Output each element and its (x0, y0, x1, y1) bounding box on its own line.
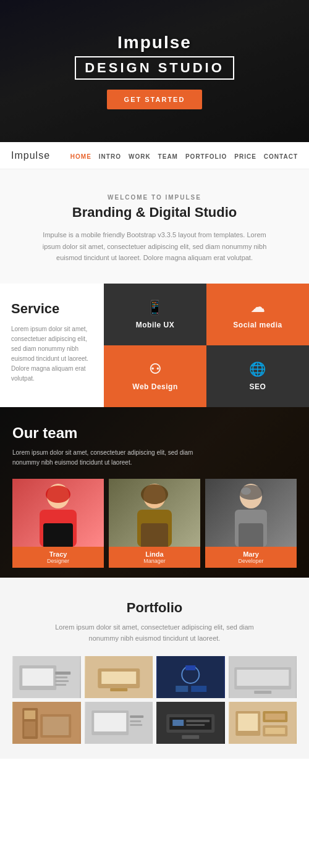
nav-item-home[interactable]: HOME (70, 150, 91, 161)
svg-rect-41 (94, 713, 126, 731)
svg-rect-15 (22, 668, 53, 686)
service-left: Service Lorem ipsum dolor sit amet, cons… (0, 284, 104, 407)
portfolio-section: Portfolio Lorem ipsum dolor sit amet, co… (0, 578, 309, 759)
portfolio-item-6[interactable] (85, 702, 153, 744)
service-card-social-media[interactable]: ☁ Social media (206, 284, 309, 345)
portfolio-description: Lorem ipsum dolor sit amet, consectetuer… (49, 622, 260, 644)
portfolio-image-8 (229, 702, 297, 744)
team-member-name-mary: Mary (208, 550, 294, 558)
portfolio-item-8[interactable] (229, 702, 297, 744)
team-member-name-linda: Linda (111, 550, 198, 558)
svg-rect-49 (172, 720, 184, 726)
team-card-linda[interactable]: Linda Manager (109, 479, 200, 568)
svg-rect-28 (185, 665, 195, 670)
team-card-mary-label: Mary Developer (205, 547, 297, 568)
nav-link-work[interactable]: WORK (129, 153, 151, 160)
svg-rect-18 (55, 680, 69, 682)
nav-item-portfolio[interactable]: PORTFOLIO (185, 150, 227, 161)
team-card-tracy-label: Tracy Designer (12, 547, 104, 568)
svg-rect-50 (186, 720, 210, 722)
nav-link-price[interactable]: PRICE (234, 153, 256, 160)
svg-rect-16 (55, 672, 70, 675)
nav-brand: Impulse (11, 150, 70, 161)
svg-rect-27 (191, 686, 206, 692)
svg-rect-17 (55, 676, 67, 678)
service-card-label-2: Social media (233, 321, 282, 329)
intro-text: Impulse is a mobile friendly Bootstrap v… (37, 229, 272, 264)
nav-link-intro[interactable]: INTRO (99, 153, 121, 160)
team-member-role-mary: Developer (208, 558, 294, 564)
nav-item-price[interactable]: PRICE (234, 150, 256, 161)
team-card-mary[interactable]: Mary Developer (205, 479, 297, 568)
portfolio-item-4[interactable] (229, 656, 297, 698)
portfolio-image-4 (229, 656, 297, 698)
team-card-linda-label: Linda Manager (109, 547, 200, 568)
svg-rect-31 (237, 670, 289, 686)
team-card-tracy[interactable]: Tracy Designer (12, 479, 104, 568)
intro-pretitle: WELCOME TO IMPULSE (37, 194, 272, 201)
hero-section: Impulse DESIGN STUDIO GET STARTED (0, 0, 309, 142)
hero-title: Impulse (75, 33, 234, 53)
svg-rect-36 (24, 710, 35, 719)
team-description: Lorem ipsum dolor sit amet, consectetuer… (12, 448, 210, 468)
service-title: Service (11, 301, 93, 317)
portfolio-image-7 (156, 702, 225, 744)
service-card-seo[interactable]: 🌐 SEO (206, 345, 309, 407)
svg-rect-48 (182, 735, 199, 739)
service-card-web-design[interactable]: ⚇ Web Design (104, 345, 206, 407)
portfolio-image-3 (156, 656, 225, 698)
seo-icon: 🌐 (249, 361, 266, 377)
nav-link-contact[interactable]: CONTACT (264, 153, 298, 160)
hero-cta-button[interactable]: GET STARTED (107, 90, 203, 109)
portfolio-item-7[interactable] (156, 702, 225, 744)
svg-rect-44 (130, 724, 142, 726)
team-card-mary-image (205, 479, 297, 547)
portfolio-item-2[interactable] (85, 656, 153, 698)
portfolio-image-6 (85, 702, 153, 744)
svg-rect-7 (141, 523, 168, 547)
nav-item-work[interactable]: WORK (129, 150, 151, 161)
svg-point-12 (241, 487, 251, 495)
portfolio-image-1 (12, 656, 81, 698)
intro-section: WELCOME TO IMPULSE Branding & Digital St… (0, 169, 309, 284)
portfolio-image-5 (12, 702, 81, 744)
mobile-ux-icon: 📱 (146, 300, 164, 316)
hero-subtitle: DESIGN STUDIO (75, 56, 234, 80)
svg-point-6 (141, 484, 168, 504)
svg-rect-22 (101, 672, 136, 684)
svg-rect-43 (130, 720, 141, 722)
portfolio-item-1[interactable] (12, 656, 81, 698)
nav-link-team[interactable]: TEAM (158, 153, 178, 160)
team-card-tracy-image (12, 479, 104, 547)
navbar: Impulse HOME INTRO WORK TEAM PORTFOLIO P… (0, 142, 309, 169)
nav-item-contact[interactable]: CONTACT (264, 150, 298, 161)
service-card-label-3: Web Design (132, 382, 177, 391)
service-card-mobile-ux[interactable]: 📱 Mobile UX (104, 284, 206, 345)
svg-rect-26 (176, 686, 188, 692)
svg-rect-56 (265, 714, 285, 720)
svg-point-3 (46, 486, 70, 503)
team-member-name-tracy: Tracy (15, 550, 101, 558)
team-member-role-tracy: Designer (15, 558, 101, 564)
svg-rect-58 (265, 728, 285, 734)
nav-link-home[interactable]: HOME (70, 153, 91, 160)
portfolio-item-3[interactable] (156, 656, 225, 698)
svg-rect-51 (186, 724, 205, 726)
nav-links: HOME INTRO WORK TEAM PORTFOLIO PRICE CON… (70, 150, 298, 161)
team-title: Our team (12, 424, 297, 442)
service-card-label-4: SEO (250, 382, 266, 391)
portfolio-image-2 (85, 656, 153, 698)
nav-item-team[interactable]: TEAM (158, 150, 178, 161)
svg-rect-32 (254, 691, 271, 694)
svg-rect-23 (110, 688, 127, 691)
nav-link-portfolio[interactable]: PORTFOLIO (185, 153, 227, 160)
svg-rect-19 (55, 684, 66, 686)
service-description: Lorem ipsum dolor sit amet, consectetuer… (11, 324, 93, 384)
team-member-role-linda: Manager (111, 558, 198, 564)
portfolio-title: Portfolio (12, 600, 297, 616)
svg-rect-24 (157, 656, 224, 698)
portfolio-item-5[interactable] (12, 702, 81, 744)
service-card-label-1: Mobile UX (136, 321, 175, 329)
nav-item-intro[interactable]: INTRO (99, 150, 121, 161)
social-media-icon: ☁ (251, 300, 265, 316)
